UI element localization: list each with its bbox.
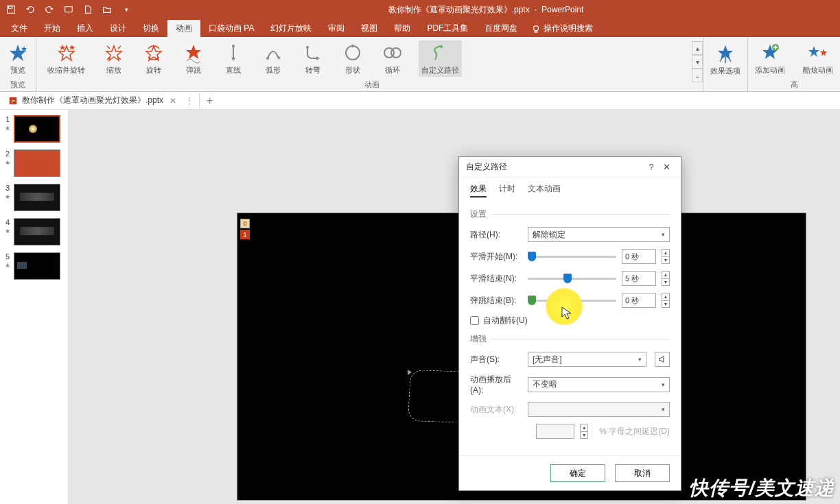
- anim-shape[interactable]: 形状: [339, 40, 366, 77]
- new-tab-button[interactable]: +: [200, 95, 220, 107]
- tab-menu-icon[interactable]: ⋮: [183, 96, 194, 106]
- help-icon[interactable]: ?: [644, 162, 659, 172]
- tab-insert[interactable]: 插入: [69, 20, 102, 37]
- slide-thumbnail-4[interactable]: [14, 218, 60, 245]
- spin-down-icon[interactable]: ▼: [662, 301, 669, 308]
- dialog-tab-effect[interactable]: 效果: [470, 183, 487, 197]
- anim-arc[interactable]: 弧形: [259, 40, 287, 77]
- preview-star-icon: [7, 42, 29, 64]
- svg-marker-7: [60, 45, 65, 50]
- spinner-buttons[interactable]: ▲▼: [662, 293, 670, 308]
- close-icon[interactable]: ✕: [659, 162, 674, 172]
- slide-thumbnail-1[interactable]: [14, 115, 60, 143]
- redo-icon[interactable]: [41, 2, 58, 17]
- sound-select[interactable]: [无声音]▾: [528, 352, 646, 367]
- document-tab[interactable]: P 教你制作《遮罩动画聚光灯效果》.pptx ✕ ⋮: [3, 93, 200, 108]
- thumbnail-row[interactable]: 3★: [4, 184, 64, 211]
- spin-down-icon[interactable]: ▼: [662, 257, 669, 264]
- gallery-up-icon[interactable]: ▴: [692, 41, 703, 55]
- undo-icon[interactable]: [22, 2, 38, 17]
- auto-reverse-checkbox[interactable]: [470, 316, 479, 325]
- slide-thumbnail-5[interactable]: [14, 252, 60, 280]
- cancel-button[interactable]: 取消: [615, 464, 670, 482]
- save-icon[interactable]: [3, 2, 19, 17]
- smooth-end-slider[interactable]: [528, 272, 616, 285]
- anim-line[interactable]: 直线: [220, 40, 247, 77]
- tab-file[interactable]: 文件: [3, 20, 36, 37]
- chevron-down-icon: ▾: [662, 406, 665, 413]
- ribbon-group-animations: 收缩并旋转 缩放 旋转 弹跳 直线 弧形 转弯 形状 循环 自定义路径 动画 ▴…: [36, 37, 703, 91]
- spin-down-icon: ▼: [581, 432, 587, 439]
- slideshow-start-icon[interactable]: [60, 2, 77, 17]
- tab-help[interactable]: 帮助: [386, 20, 419, 37]
- auto-reverse-label: 自动翻转(U): [483, 315, 528, 326]
- spinner-buttons[interactable]: ▲▼: [662, 249, 670, 264]
- letter-delay-value: [536, 424, 574, 439]
- thumbnail-row[interactable]: 2★: [4, 149, 64, 177]
- tab-view[interactable]: 视图: [353, 20, 386, 37]
- tab-design[interactable]: 设计: [102, 20, 135, 37]
- spin-down-icon[interactable]: ▼: [662, 279, 669, 286]
- bounce-end-value[interactable]: 0 秒: [622, 293, 656, 308]
- dialog-title: 自定义路径: [466, 161, 644, 173]
- spin-up-icon[interactable]: ▲: [662, 293, 669, 301]
- thumbnail-row[interactable]: 4★: [4, 218, 64, 245]
- svg-marker-5: [21, 46, 27, 51]
- preview-button[interactable]: 预览: [4, 40, 32, 77]
- ribbon-group-effect-options: 效果选项: [703, 37, 748, 91]
- ribbon-tabs: 文件 开始 插入 设计 切换 动画 口袋动画 PA 幻灯片放映 审阅 视图 帮助…: [0, 19, 840, 37]
- tab-baidu[interactable]: 百度网盘: [476, 20, 526, 37]
- cool-animation-button[interactable]: 酷炫动画: [800, 40, 836, 77]
- anim-star-icon: ★: [5, 193, 10, 200]
- bounce-end-slider[interactable]: [528, 293, 616, 307]
- speaker-icon[interactable]: [655, 352, 670, 367]
- slide-canvas[interactable]: 0 1: [69, 110, 840, 504]
- ribbon-group-label-adv: 高: [752, 78, 836, 91]
- dialog-tab-timing[interactable]: 计时: [499, 183, 515, 197]
- slide-thumbnail-3[interactable]: [14, 184, 60, 211]
- qat-customize-icon[interactable]: ▾: [118, 2, 135, 17]
- add-animation-button[interactable]: 添加动画: [752, 40, 788, 77]
- slide-thumbnail-2[interactable]: [14, 149, 60, 177]
- chevron-down-icon: ▾: [662, 231, 665, 238]
- spinner-buttons[interactable]: ▲▼: [662, 271, 670, 286]
- after-anim-select[interactable]: 不变暗▾: [528, 377, 670, 392]
- tab-pdf[interactable]: PDF工具集: [419, 20, 476, 37]
- ok-button[interactable]: 确定: [550, 464, 605, 482]
- open-folder-icon[interactable]: [99, 2, 115, 17]
- thumbnail-row[interactable]: 1★: [4, 115, 64, 143]
- tab-home[interactable]: 开始: [36, 20, 69, 37]
- anim-spin[interactable]: 旋转: [140, 40, 167, 77]
- anim-bounce[interactable]: 弹跳: [180, 40, 207, 77]
- spin-up-icon[interactable]: ▲: [662, 272, 669, 279]
- tab-slideshow[interactable]: 幻灯片放映: [262, 20, 320, 37]
- path-select[interactable]: 解除锁定▾: [528, 227, 670, 242]
- anim-order-tag-0[interactable]: 0: [240, 219, 250, 228]
- smooth-end-value[interactable]: 5 秒: [622, 271, 656, 286]
- effect-options-button[interactable]: 效果选项: [708, 41, 743, 77]
- smooth-start-value[interactable]: 0 秒: [622, 249, 656, 264]
- tab-pocket-anim[interactable]: 口袋动画 PA: [200, 20, 262, 37]
- anim-zoom[interactable]: 缩放: [100, 40, 128, 77]
- thumbnail-row[interactable]: 5★: [4, 252, 64, 280]
- tab-animations[interactable]: 动画: [167, 20, 200, 37]
- anim-shrink-rotate[interactable]: 收缩并旋转: [45, 40, 88, 77]
- gallery-expand-icon[interactable]: ⌄: [692, 69, 703, 82]
- svg-point-22: [391, 48, 401, 58]
- new-file-icon[interactable]: [80, 2, 96, 17]
- svg-rect-2: [65, 7, 73, 12]
- anim-custom-path[interactable]: 自定义路径: [419, 40, 462, 77]
- tab-transitions[interactable]: 切换: [135, 20, 167, 37]
- tab-review[interactable]: 审阅: [320, 20, 353, 37]
- tell-me-search[interactable]: 操作说明搜索: [526, 20, 598, 37]
- anim-turn[interactable]: 转弯: [299, 40, 327, 77]
- spin-up-icon[interactable]: ▲: [662, 250, 669, 257]
- smooth-start-slider[interactable]: [528, 250, 616, 263]
- anim-loop[interactable]: 循环: [379, 40, 406, 77]
- slide-thumbnails: 1★ 2★ 3★ 4★ 5★: [0, 110, 69, 504]
- svg-text:P: P: [11, 98, 14, 104]
- anim-order-tag-1[interactable]: 1: [240, 230, 250, 239]
- close-tab-icon[interactable]: ✕: [167, 96, 178, 106]
- gallery-down-icon[interactable]: ▾: [692, 55, 703, 69]
- dialog-tab-text-anim[interactable]: 文本动画: [528, 183, 561, 197]
